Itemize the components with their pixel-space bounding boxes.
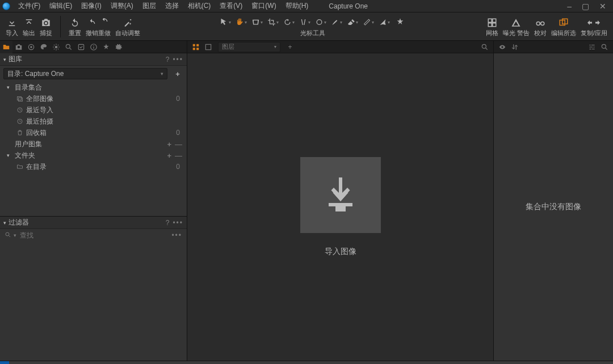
- tree-all-images[interactable]: 全部图像 0: [0, 93, 187, 104]
- svg-point-0: [317, 20, 322, 25]
- help-icon[interactable]: ?: [166, 219, 170, 227]
- tab-color[interactable]: [37, 41, 50, 53]
- import-button[interactable]: 导入: [3, 15, 20, 39]
- menu-view[interactable]: 查看(V): [215, 0, 247, 12]
- menu-file[interactable]: 文件(F): [14, 0, 45, 12]
- svg-point-8: [66, 44, 70, 48]
- tab-adjust[interactable]: [75, 41, 87, 53]
- pointer-tool[interactable]: ▾: [220, 16, 231, 28]
- more-icon[interactable]: •••: [173, 219, 183, 227]
- menu-adjust[interactable]: 调整(A): [106, 0, 138, 12]
- filter-panel-title: 过滤器: [9, 218, 29, 227]
- maximize-button[interactable]: ▢: [582, 2, 589, 11]
- proof-label: 校对: [534, 29, 547, 37]
- copy-apply-label: 复制/应用: [581, 29, 607, 37]
- layer-select[interactable]: 图层 ▾: [218, 42, 280, 52]
- tab-details[interactable]: [62, 41, 75, 53]
- filter-more-icon[interactable]: •••: [171, 231, 182, 239]
- undo-redo-button[interactable]: 撤销重做: [83, 15, 113, 39]
- filter-search-input[interactable]: [19, 231, 171, 240]
- tree-recent-imports[interactable]: 最近导入: [0, 104, 187, 116]
- browser-filter-button[interactable]: [586, 41, 598, 53]
- crop-tool[interactable]: ▾: [267, 16, 279, 28]
- tab-lens[interactable]: [25, 41, 37, 53]
- rotate-tool[interactable]: ▾: [283, 16, 295, 28]
- viewer-panel: 图层 ▾ + 导入图像: [187, 41, 494, 361]
- export-button[interactable]: 输出: [20, 15, 37, 39]
- auto-adjust-label: 自动调整: [115, 29, 140, 37]
- pan-tool[interactable]: ▾: [236, 16, 247, 28]
- help-icon[interactable]: ?: [166, 56, 170, 64]
- browser-empty-message: 集合中没有图像: [494, 53, 613, 361]
- tab-metadata[interactable]: [87, 41, 100, 53]
- copy-apply-button[interactable]: 复制/应用: [578, 15, 610, 39]
- close-button[interactable]: ✕: [599, 2, 606, 11]
- add-layer-button[interactable]: +: [284, 41, 296, 53]
- tab-capture[interactable]: [12, 41, 25, 53]
- menu-help[interactable]: 帮助(H): [281, 0, 313, 12]
- capture-button[interactable]: 捕捉: [37, 15, 54, 39]
- auto-adjust-button[interactable]: 自动调整: [113, 15, 142, 39]
- keystone-tool[interactable]: ▾: [299, 16, 310, 28]
- exposure-warning-button[interactable]: 曝光 警告: [501, 15, 532, 39]
- style-tool[interactable]: [394, 16, 406, 28]
- svg-rect-18: [193, 48, 195, 50]
- minimize-button[interactable]: –: [567, 2, 572, 11]
- download-icon: [320, 172, 361, 219]
- folders-header[interactable]: ▾ 文件夹 + —: [0, 150, 187, 161]
- menu-window[interactable]: 窗口(W): [247, 0, 280, 12]
- catalog-collection-header[interactable]: ▾ 目录集合: [0, 82, 187, 93]
- svg-rect-9: [78, 44, 83, 49]
- tree-trash[interactable]: 回收箱 0: [0, 127, 187, 138]
- tab-settings[interactable]: [112, 41, 125, 53]
- catalog-select[interactable]: 目录: Capture One ▾: [3, 68, 167, 79]
- svg-point-7: [55, 45, 58, 48]
- remove-collection-button[interactable]: —: [175, 140, 182, 149]
- menu-layer[interactable]: 图层: [138, 0, 161, 12]
- add-collection-button[interactable]: +: [167, 140, 171, 149]
- menu-image[interactable]: 图像(I): [77, 0, 106, 12]
- loupe-tool[interactable]: ▾: [251, 16, 263, 28]
- filter-panel-header[interactable]: ▾ 过滤器 ? •••: [0, 217, 187, 229]
- radial-tool[interactable]: ▾: [379, 16, 390, 28]
- view-single-button[interactable]: [202, 41, 215, 53]
- menu-edit[interactable]: 编辑(E): [45, 0, 77, 12]
- proof-button[interactable]: 校对: [532, 15, 549, 39]
- eraser-tool[interactable]: ▾: [347, 16, 358, 28]
- browser-sort-button[interactable]: [509, 41, 521, 53]
- menu-camera[interactable]: 相机(C): [183, 0, 216, 12]
- more-icon[interactable]: •••: [173, 56, 183, 64]
- viewer-body[interactable]: 导入图像: [187, 53, 493, 361]
- gradient-tool[interactable]: ▾: [363, 16, 374, 28]
- tree-in-catalog[interactable]: 在目录 0: [0, 161, 187, 172]
- tab-output[interactable]: [100, 41, 112, 53]
- import-drop-target[interactable]: [300, 157, 381, 233]
- trash-icon: [15, 129, 25, 136]
- brush-tool[interactable]: ▾: [331, 16, 342, 28]
- menu-select[interactable]: 选择: [161, 0, 183, 12]
- search-icon: [5, 231, 14, 240]
- browser-eye-button[interactable]: [496, 41, 509, 53]
- tab-library[interactable]: [0, 41, 12, 53]
- view-grid-button[interactable]: [190, 41, 202, 53]
- browser-search-button[interactable]: [598, 41, 611, 53]
- reset-button[interactable]: 重置: [66, 15, 83, 39]
- remove-folder-button[interactable]: —: [175, 151, 182, 160]
- app-icon: [2, 2, 10, 10]
- add-folder-button[interactable]: +: [167, 151, 171, 160]
- folder-icon: [15, 163, 25, 170]
- library-panel-header[interactable]: ▾ 图库 ? •••: [0, 53, 187, 66]
- edit-selected-button[interactable]: 编辑所选: [549, 15, 578, 39]
- svg-rect-11: [18, 97, 22, 100]
- add-catalog-button[interactable]: +: [172, 70, 183, 78]
- spot-tool[interactable]: ▾: [315, 16, 326, 28]
- grid-button[interactable]: 网格: [484, 15, 501, 39]
- tree-recent-captures[interactable]: 最近拍摄: [0, 116, 187, 127]
- window-controls: – ▢ ✕: [567, 2, 613, 11]
- tab-exposure[interactable]: [50, 41, 62, 53]
- window-title: Capture One: [313, 2, 567, 10]
- user-collections-header[interactable]: ▾ 用户图集 + —: [0, 138, 187, 150]
- viewer-search-button[interactable]: [478, 41, 491, 53]
- catalog-select-label: 目录: Capture One: [7, 69, 64, 79]
- grid-label: 网格: [486, 29, 498, 37]
